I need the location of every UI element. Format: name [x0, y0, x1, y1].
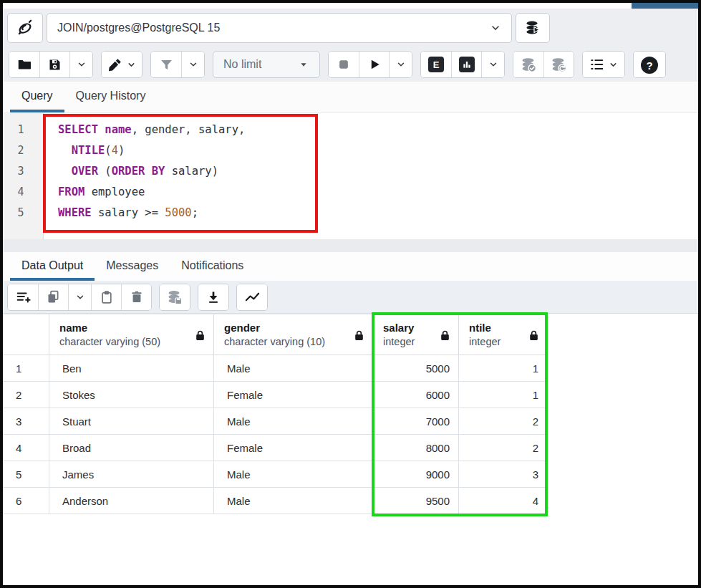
- data-cell[interactable]: Male: [214, 408, 373, 434]
- data-cell[interactable]: Male: [214, 461, 373, 487]
- sql-editor[interactable]: 12345 SELECT name, gender, salary, NTILE…: [3, 113, 698, 239]
- row-limit-value: No limit: [223, 58, 261, 71]
- explain-analyze-button[interactable]: [451, 52, 481, 77]
- data-cell[interactable]: 6000: [373, 382, 459, 408]
- tab-query[interactable]: Query: [10, 90, 64, 112]
- table-row[interactable]: 3StuartMale70002: [3, 408, 548, 435]
- chevron-down-icon: [609, 60, 618, 69]
- filter-button[interactable]: [151, 52, 181, 77]
- tab-messages[interactable]: Messages: [95, 259, 170, 281]
- data-cell[interactable]: 9000: [373, 461, 459, 487]
- copy-button[interactable]: [38, 284, 68, 310]
- lock-icon: [353, 329, 365, 342]
- table-row[interactable]: 4BroadFemale80002: [3, 435, 548, 461]
- data-cell[interactable]: James: [49, 461, 214, 487]
- explain-options-dropdown[interactable]: [481, 52, 504, 77]
- code-line[interactable]: WHERE salary >= 5000;: [58, 203, 698, 223]
- code-line[interactable]: OVER (ORDER BY salary): [58, 161, 698, 182]
- data-cell[interactable]: Male: [214, 355, 373, 381]
- data-cell[interactable]: 1: [459, 355, 548, 381]
- open-file-button[interactable]: [9, 52, 39, 77]
- save-options-dropdown[interactable]: [69, 52, 92, 77]
- graph-visualiser-button[interactable]: [237, 284, 267, 310]
- tab-data-output[interactable]: Data Output: [10, 259, 95, 281]
- connection-selector[interactable]: JOIN/postgres@PostgreSQL 15: [47, 13, 512, 43]
- filter-options-dropdown[interactable]: [181, 52, 204, 77]
- column-header-salary[interactable]: salary integer: [373, 314, 459, 355]
- rollback-button[interactable]: [543, 52, 574, 77]
- data-cell[interactable]: Ben: [49, 355, 214, 381]
- chevron-down-icon: [77, 59, 87, 69]
- table-row[interactable]: 5JamesMale90003: [3, 461, 548, 488]
- row-number-header[interactable]: [3, 314, 49, 355]
- delete-row-button[interactable]: [121, 284, 151, 310]
- new-connection-button[interactable]: [516, 13, 550, 43]
- column-header-gender[interactable]: gender character varying (10): [214, 314, 373, 355]
- row-number-cell[interactable]: 5: [3, 461, 49, 487]
- tab-notifications[interactable]: Notifications: [170, 259, 255, 281]
- file-group: [9, 51, 93, 78]
- commit-button[interactable]: [513, 52, 543, 77]
- data-cell[interactable]: Stuart: [49, 408, 214, 434]
- save-data-group: [159, 284, 190, 311]
- paste-button[interactable]: [91, 284, 121, 310]
- blue-accent-bar: [632, 3, 698, 9]
- row-number-cell[interactable]: 6: [3, 488, 49, 514]
- row-limit-select[interactable]: No limit: [213, 51, 320, 78]
- column-header-ntile[interactable]: ntile integer: [459, 314, 548, 355]
- line-graph-icon: [244, 289, 261, 305]
- help-button[interactable]: ?: [634, 52, 665, 78]
- line-number: 4: [3, 182, 43, 203]
- download-results-button[interactable]: [198, 284, 228, 310]
- data-cell[interactable]: Anderson: [49, 488, 214, 514]
- data-cell[interactable]: Broad: [49, 435, 214, 461]
- code-line[interactable]: NTILE(4): [58, 140, 698, 161]
- row-number-cell[interactable]: 3: [3, 408, 49, 434]
- table-row[interactable]: 6AndersonMale95004: [3, 488, 548, 514]
- data-cell[interactable]: 2: [459, 408, 548, 434]
- column-header-name[interactable]: name character varying (50): [49, 314, 214, 355]
- column-type: character varying (10): [224, 335, 325, 350]
- edit-button[interactable]: [102, 52, 142, 77]
- table-row[interactable]: 1BenMale50001: [3, 355, 548, 382]
- data-cell[interactable]: 7000: [373, 408, 459, 434]
- play-icon: [367, 57, 382, 72]
- row-number-cell[interactable]: 4: [3, 435, 49, 461]
- data-cell[interactable]: 3: [459, 461, 548, 487]
- table-body: 1BenMale500012StokesFemale600013StuartMa…: [3, 355, 548, 514]
- data-cell[interactable]: Male: [214, 488, 373, 514]
- data-cell[interactable]: 4: [459, 488, 548, 514]
- panel-splitter[interactable]: [3, 239, 698, 252]
- data-cell[interactable]: 5000: [373, 355, 459, 381]
- data-cell[interactable]: Stokes: [49, 382, 214, 408]
- graph-group: [236, 284, 268, 311]
- execute-button[interactable]: [359, 52, 389, 77]
- code-lines[interactable]: SELECT name, gender, salary, NTILE(4) OV…: [44, 113, 698, 239]
- tab-query-history[interactable]: Query History: [64, 90, 158, 112]
- data-cell[interactable]: 9500: [373, 488, 459, 514]
- connection-status-button[interactable]: [7, 13, 43, 43]
- row-number-cell[interactable]: 2: [3, 382, 49, 408]
- row-number-cell[interactable]: 1: [3, 355, 49, 381]
- explain-button[interactable]: E: [421, 52, 451, 77]
- table-row[interactable]: 2StokesFemale60001: [3, 382, 548, 408]
- macros-button[interactable]: [583, 52, 624, 77]
- data-cell[interactable]: 1: [459, 382, 548, 408]
- data-output-grid: name character varying (50) gender chara…: [3, 314, 548, 514]
- data-cell[interactable]: Female: [214, 382, 373, 408]
- macros-group: [582, 51, 625, 78]
- data-cell[interactable]: Female: [214, 435, 373, 461]
- database-connect-icon: [524, 19, 541, 37]
- copy-options-dropdown[interactable]: [68, 284, 91, 310]
- stop-button[interactable]: [329, 52, 359, 77]
- save-data-button[interactable]: [160, 284, 190, 310]
- code-line[interactable]: SELECT name, gender, salary,: [58, 120, 698, 140]
- query-toolbar: No limit E: [3, 47, 698, 82]
- code-line[interactable]: FROM employee: [58, 182, 698, 203]
- data-cell[interactable]: 8000: [373, 435, 459, 461]
- execute-options-dropdown[interactable]: [389, 52, 412, 77]
- save-file-button[interactable]: [39, 52, 69, 77]
- gutter: 12345: [3, 113, 44, 239]
- data-cell[interactable]: 2: [459, 435, 548, 461]
- add-row-button[interactable]: [8, 284, 38, 310]
